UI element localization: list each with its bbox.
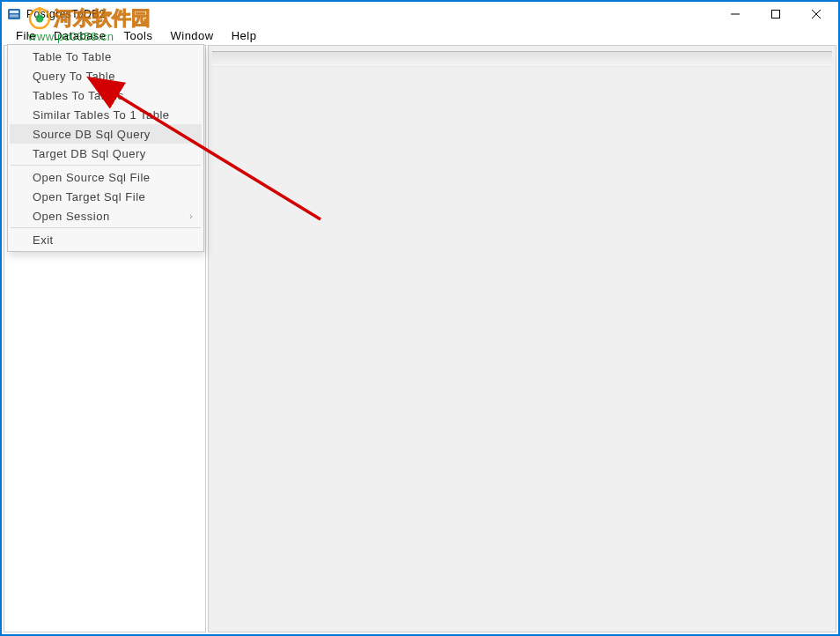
minimize-button[interactable] xyxy=(715,2,755,26)
menu-database[interactable]: Database xyxy=(47,28,114,43)
file-menu-item-target-db-sql-query[interactable]: Target DB Sql Query xyxy=(10,144,202,163)
file-menu-item-source-db-sql-query[interactable]: Source DB Sql Query xyxy=(10,124,202,144)
menu-file[interactable]: File xyxy=(9,28,43,43)
svg-rect-1 xyxy=(10,11,18,13)
menu-tools[interactable]: Tools xyxy=(117,28,160,43)
window-title: PostgresToDB2 xyxy=(26,8,106,20)
file-menu-item-open-target-sql-file[interactable]: Open Target Sql File xyxy=(10,187,202,206)
file-menu-item-similar-tables-to-1-table[interactable]: Similar Tables To 1 Table xyxy=(10,105,202,124)
submenu-arrow-icon: › xyxy=(189,211,193,221)
file-menu-item-exit[interactable]: Exit xyxy=(10,230,202,249)
file-menu-item-open-session[interactable]: Open Session› xyxy=(10,206,202,226)
svg-rect-2 xyxy=(10,15,18,18)
file-menu-item-tables-to-tables[interactable]: Tables To Tables xyxy=(10,85,202,105)
menu-window[interactable]: Window xyxy=(163,28,220,43)
maximize-button[interactable] xyxy=(755,2,796,26)
right-panel xyxy=(208,45,836,632)
menu-bar: File Database Tools Window Help xyxy=(2,26,838,44)
menu-separator xyxy=(11,165,201,166)
app-icon xyxy=(7,7,21,21)
close-button[interactable] xyxy=(796,2,836,26)
svg-rect-4 xyxy=(772,11,780,18)
menu-separator xyxy=(11,227,201,228)
right-panel-bar xyxy=(212,51,832,67)
file-menu-item-table-to-table[interactable]: Table To Table xyxy=(10,47,202,66)
title-bar: PostgresToDB2 xyxy=(2,2,838,26)
svg-rect-0 xyxy=(8,9,20,19)
window-controls xyxy=(715,2,836,26)
file-dropdown-menu: Table To TableQuery To TableTables To Ta… xyxy=(7,44,204,252)
file-menu-item-query-to-table[interactable]: Query To Table xyxy=(10,66,202,85)
menu-help[interactable]: Help xyxy=(225,28,264,43)
file-menu-item-open-source-sql-file[interactable]: Open Source Sql File xyxy=(10,167,202,187)
